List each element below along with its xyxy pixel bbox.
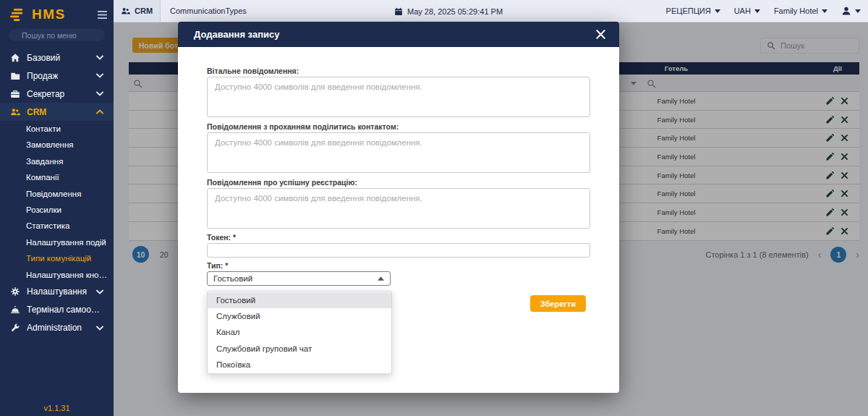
home-icon: [10, 53, 20, 63]
currency-label: UAH: [734, 7, 751, 15]
crm-users-icon: [121, 7, 130, 16]
hotel-dropdown[interactable]: Family Hotel: [774, 7, 827, 15]
add-record-modal: Додавання запису Вітальне повідомлення: …: [178, 22, 619, 393]
sidebar-subitem[interactable]: Налаштування подій: [0, 234, 114, 250]
type-option[interactable]: Покоївка: [208, 357, 391, 373]
chevron-down-icon: [96, 289, 103, 294]
modal-header: Додавання запису: [178, 22, 619, 47]
hms-logo-icon: [9, 8, 26, 22]
chevron-up-icon: [96, 109, 103, 114]
caret-up-icon: [378, 276, 384, 281]
user-account-dropdown[interactable]: [841, 6, 861, 16]
module-tab-label: CRM: [135, 7, 153, 15]
bell-icon: [10, 305, 20, 315]
welcome-message-textarea[interactable]: [207, 77, 590, 117]
sidebar-subitem[interactable]: Завдання: [0, 153, 114, 169]
caret-down-icon: [715, 9, 720, 13]
registration-message-label: Повідомлення про успішну реєстрацію:: [207, 178, 590, 187]
gears-icon: [10, 286, 20, 297]
hotel-label: Family Hotel: [774, 7, 818, 15]
sidebar-subitem[interactable]: Замовлення: [0, 137, 114, 153]
hms-logo-text: HMS: [32, 7, 66, 22]
wrench-icon: [10, 323, 20, 333]
save-button[interactable]: Зберегти: [530, 295, 586, 312]
calendar-icon: [394, 7, 403, 16]
sidebar-item[interactable]: Продаж: [0, 67, 114, 85]
sidebar-nav: БазовийПродажСекретарCRMКонтактиЗамовлен…: [0, 48, 114, 337]
type-select[interactable]: Гостьовий: [207, 271, 391, 286]
share-contact-textarea[interactable]: [207, 132, 590, 173]
logo-row: HMS: [0, 0, 114, 22]
welcome-message-label: Вітальне повідомлення:: [207, 67, 590, 75]
token-label: Токен: *: [207, 233, 590, 242]
sidebar: HMS Пошук по меню БазовийПродажСекретарC…: [0, 0, 114, 416]
person-icon: [841, 6, 851, 16]
top-bar: CRM CommunicationTypes May 28, 2025 05:2…: [114, 0, 868, 22]
sales-icon: [10, 71, 20, 81]
sidebar-subitem[interactable]: Статистика: [0, 218, 114, 234]
type-option[interactable]: Службовий груповий чат: [208, 341, 391, 357]
app-version: v1.1.31: [0, 404, 114, 412]
sidebar-subitem[interactable]: Повідомлення: [0, 186, 114, 202]
share-contact-label: Повідомлення з проханням поділитись конт…: [207, 122, 590, 131]
topbar-right: РЕЦЕПЦИЯ UAH Family Hotel: [666, 6, 868, 16]
chevron-down-icon: [96, 73, 103, 78]
sidebar-item[interactable]: CRM: [0, 103, 114, 121]
sidebar-item[interactable]: Термінал самообслуговува...: [0, 301, 114, 319]
caret-down-icon: [855, 9, 861, 13]
chevron-down-icon: [96, 91, 103, 96]
reception-label: РЕЦЕПЦИЯ: [666, 7, 711, 15]
type-option[interactable]: Гостьовий: [208, 292, 391, 308]
datetime-display[interactable]: May 28, 2025 05:29:41 PM: [394, 0, 503, 22]
users-icon: [10, 107, 20, 117]
menu-search-placeholder: Пошук по меню: [22, 31, 77, 40]
caret-down-icon: [754, 9, 760, 13]
reception-dropdown[interactable]: РЕЦЕПЦИЯ: [666, 7, 720, 15]
currency-dropdown[interactable]: UAH: [734, 7, 760, 15]
sidebar-subitem[interactable]: Типи комунікацій: [0, 250, 114, 266]
modal-body: Вітальне повідомлення: Повідомлення з пр…: [178, 67, 619, 286]
caret-down-icon: [822, 9, 827, 13]
menu-search-input[interactable]: Пошук по меню: [9, 29, 105, 41]
sidebar-subitem[interactable]: Налаштування кнопок бо...: [0, 267, 114, 283]
sidebar-subitem[interactable]: Компанії: [0, 169, 114, 185]
app-window: CRM CommunicationTypes May 28, 2025 05:2…: [0, 0, 868, 416]
hamburger-menu-icon[interactable]: [98, 11, 107, 19]
sidebar-subitem[interactable]: Контакти: [0, 121, 114, 137]
breadcrumb: CommunicationTypes: [161, 7, 256, 15]
chevron-down-icon: [96, 55, 103, 60]
token-input[interactable]: [207, 243, 590, 258]
type-option[interactable]: Службовий: [208, 308, 391, 324]
sidebar-item[interactable]: Налаштування: [0, 283, 114, 301]
registration-message-textarea[interactable]: [207, 188, 590, 229]
close-icon[interactable]: [595, 29, 606, 40]
module-tab-crm[interactable]: CRM: [114, 0, 161, 22]
briefcase-icon: [10, 89, 20, 99]
sidebar-subitem[interactable]: Розсилки: [0, 202, 114, 218]
sidebar-item[interactable]: Секретар: [0, 85, 114, 103]
sidebar-item[interactable]: Administration: [0, 319, 114, 337]
type-label: Тип: *: [207, 261, 590, 270]
chevron-down-icon: [96, 326, 103, 331]
modal-title: Додавання запису: [194, 29, 279, 40]
sidebar-item[interactable]: Базовий: [0, 48, 114, 67]
type-option[interactable]: Канал: [208, 324, 391, 340]
type-select-value: Гостьовий: [213, 274, 252, 283]
datetime-label: May 28, 2025 05:29:41 PM: [407, 7, 503, 16]
type-dropdown-list: ГостьовийСлужбовийКаналСлужбовий групови…: [207, 291, 392, 374]
